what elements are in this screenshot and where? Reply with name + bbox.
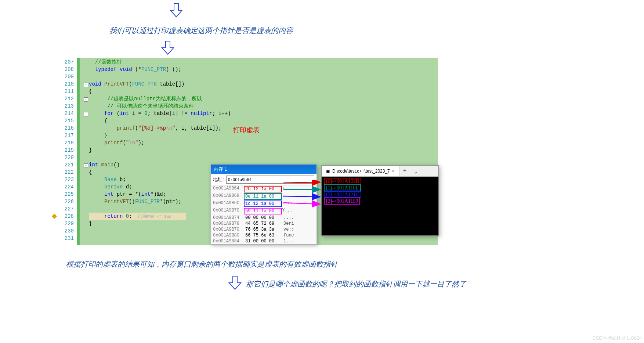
line-number: 209 (50, 73, 77, 80)
annotation-top: 我们可以通过打印虚表确定这两个指针是否是虚表的内容 (109, 26, 293, 36)
mem-ascii: Deri (283, 221, 294, 226)
output-pointer: [3]->001A1159 (324, 198, 360, 205)
mem-address: 0x001A9B84 (213, 239, 245, 244)
code-line: // 可以借助这个来当循环的结束条件 (84, 102, 438, 110)
mem-ascii: func (283, 233, 294, 238)
mem-address: 0x001A9B7C (213, 227, 245, 232)
mem-address: 0x001A9B6C (213, 201, 245, 207)
line-number: 226 (50, 198, 77, 205)
console-output: [0]->001A122B[1]->001A110E[2]->001A121C[… (322, 177, 438, 235)
memory-window-title: 内存 1 (211, 165, 316, 174)
margin-strip (77, 58, 80, 245)
console-line: [1]->001A110E (322, 185, 438, 191)
mem-address: 0x001A9B68 (213, 193, 245, 200)
console-line: [2]->001A121C (322, 191, 438, 198)
console-line: [0]->001A122B (322, 178, 438, 185)
line-number: 230 (50, 227, 77, 235)
line-number: 220 (50, 154, 77, 161)
console-line: [3]->001A1159 (322, 198, 438, 205)
mem-address: 0x001A9B70 (213, 208, 245, 214)
code-line (84, 73, 438, 80)
line-number: 214 (50, 110, 77, 117)
close-icon[interactable]: × (392, 169, 395, 174)
output-pointer: [1]->001A110E (324, 184, 361, 191)
mem-address: 0x001A9B78 (213, 221, 245, 226)
code-line: { (84, 117, 438, 124)
svg-line-3 (283, 203, 320, 204)
new-tab-button[interactable]: + (399, 168, 410, 174)
console-tab[interactable]: ▣ D:\code\test.c++\test_2023_7 × (322, 166, 399, 176)
code-line: } (84, 132, 438, 139)
mem-bytes: 1c 12 1a 00 (244, 201, 282, 207)
line-number: 215 (50, 117, 77, 124)
memory-row: 0x001A9B8431 00 00 00 1... (211, 238, 316, 244)
code-line: //函数指针 (84, 58, 438, 66)
memory-row: 0x001A9B7400 00 00 00 .... (211, 215, 316, 221)
svg-line-0 (283, 182, 320, 183)
line-number: 207 (50, 58, 77, 66)
code-line: printf("[%d]->%p\n", i, table[i]); (84, 124, 438, 132)
arrow-down-icon (228, 275, 242, 290)
mem-bytes: 76 65 3a 3a (245, 227, 283, 232)
line-number: 210 (50, 80, 77, 88)
svg-line-2 (283, 196, 320, 197)
output-pointer: [2]->001A121C (324, 191, 361, 198)
code-line: printf("\n"); (84, 139, 438, 147)
line-number: 211 (50, 88, 77, 95)
line-number: 218 (50, 139, 77, 147)
mem-bytes: 00 00 00 00 (245, 215, 283, 220)
link-arrows-icon (283, 180, 323, 215)
console-window: ▣ D:\code\test.c++\test_2023_7 × + ⌄ [0]… (321, 165, 439, 236)
mem-bytes: 66 75 6e 63 (245, 233, 283, 238)
line-number: 223 (50, 176, 77, 183)
mem-ascii: .... (283, 215, 294, 220)
arrow-down-icon (160, 40, 175, 55)
code-line: } (84, 147, 438, 154)
memory-row: 0x001A9B7C76 65 3a 3a ve:: (211, 227, 316, 232)
line-number: 213 (50, 102, 77, 110)
line-number: 212 (50, 95, 77, 102)
annotation-bottom-2: 那它们是哪个虚函数的呢？把取到的函数指针调用一下就一目了然了 (246, 279, 466, 289)
memory-row: 0x001A9B8066 75 6e 63 func (211, 232, 316, 238)
line-number: 229 (50, 220, 77, 227)
mem-bytes: 59 11 1a 00 (244, 208, 282, 214)
mem-address: 0x001A9B80 (213, 233, 245, 238)
annotation-bottom-1: 根据打印的虚表的结果可知，内存窗口剩余的两个数据确实是虚表的有效虚函数指针 (66, 259, 338, 269)
code-line (84, 154, 438, 161)
line-number: 225 (50, 191, 77, 198)
code-line: typedef void (*FUNC_PTR) (); (84, 66, 438, 73)
line-number: 221 (50, 161, 77, 169)
memory-row: 0x001A9B7844 65 72 69 Deri (211, 221, 316, 227)
terminal-icon: ▣ (326, 169, 330, 174)
annotation-print-vtable: 打印虚表 (233, 126, 260, 134)
line-number: 216 (50, 124, 77, 132)
arrow-down-icon (169, 3, 184, 18)
code-line: -void PrintVFT(FUNC_PTR table[]) (84, 80, 438, 88)
line-number: 231 (50, 235, 77, 242)
tab-dropdown-button[interactable]: ⌄ (410, 167, 421, 175)
watermark: CSDN @高比拜仁0824 (592, 335, 642, 342)
mem-bytes: 31 00 00 00 (245, 239, 283, 244)
line-number: 227 (50, 205, 77, 213)
line-number-gutter: 2072082092102112122132142152162172182192… (50, 58, 77, 245)
mem-ascii: 1... (283, 239, 294, 244)
output-pointer: [0]->001A122B (324, 178, 361, 185)
mem-bytes: 2b 12 1a 00 (244, 186, 282, 192)
line-number: 219 (50, 147, 77, 154)
code-line: - for (int i = 0; table[i] != nullptr; i… (84, 110, 438, 117)
code-line: - //虚表是以nullptr为结束标志的，所以 (84, 95, 438, 102)
console-tab-title: D:\code\test.c++\test_2023_7 (332, 169, 390, 174)
line-number: 228 (50, 213, 77, 220)
line-number: 224 (50, 183, 77, 191)
mem-bytes: 0e 11 1a 00 (244, 193, 282, 200)
mem-bytes: 44 65 72 69 (245, 221, 283, 226)
mem-address: 0x001A9B74 (213, 215, 245, 220)
code-line: { (84, 88, 438, 95)
line-number: 222 (50, 169, 77, 176)
memory-address-label: 地址: (213, 176, 224, 183)
mem-address: 0x001A9B64 (213, 186, 245, 192)
console-tabs: ▣ D:\code\test.c++\test_2023_7 × + ⌄ (322, 166, 438, 177)
line-number: 208 (50, 66, 77, 73)
line-number: 217 (50, 132, 77, 139)
mem-ascii: ve:: (283, 227, 294, 232)
